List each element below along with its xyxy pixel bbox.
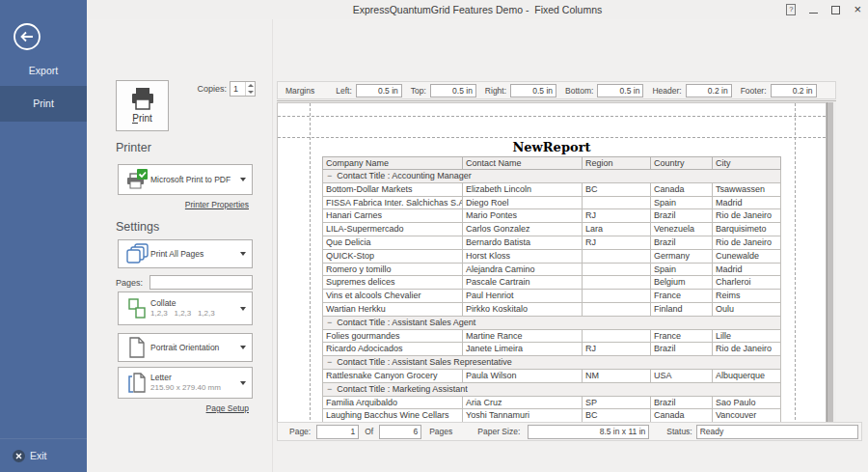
copies-value: 1 <box>231 82 245 96</box>
window-title: ExpressQuantumGrid Features Demo - Fixed… <box>87 0 868 19</box>
close-icon[interactable]: × <box>854 0 861 19</box>
back-button[interactable] <box>13 22 41 51</box>
margin-field-label: Left: <box>336 86 352 96</box>
paper-size-select[interactable]: Letter 215.90 x 279.40 mm <box>118 367 253 399</box>
table-cell: Vancouver <box>713 409 781 422</box>
header-row: Company NameContact NameRegionCountryCit… <box>323 157 781 170</box>
of-label: Of <box>365 427 373 436</box>
sidebar-item-exit[interactable]: Exit <box>13 446 47 465</box>
window-controls: ? × <box>786 0 861 19</box>
chevron-down-icon <box>240 381 246 385</box>
printer-select[interactable]: Microsoft Print to PDF <box>118 164 253 195</box>
margin-field-label: Footer: <box>741 86 767 96</box>
maximize-icon[interactable] <box>831 6 840 14</box>
page-setup-link[interactable]: Page Setup <box>145 403 249 413</box>
table-cell: NM <box>583 369 651 382</box>
group-label: Contact Title : Accounting Manager <box>337 171 472 180</box>
sidebar-item-print[interactable]: Print <box>0 86 87 122</box>
copies-stepper[interactable]: 1 <box>230 81 256 97</box>
spin-up-icon[interactable] <box>248 84 254 87</box>
paper-size-label: Paper Size: <box>477 427 520 436</box>
collapse-minus-icon[interactable]: − <box>327 383 332 396</box>
group-cell: −Contact Title : Accounting Manager <box>323 170 781 183</box>
table-row: Que DeliciaBernardo BatistaRJBrazilRio d… <box>323 236 781 249</box>
orientation-select[interactable]: Portrait Orientation <box>118 333 253 362</box>
margin-field-value[interactable]: 0.2 in <box>686 84 732 97</box>
paper-subtitle: 215.90 x 279.40 mm <box>150 383 237 393</box>
margins-fields: Left:0.5 inTop:0.5 inRight:0.5 inBottom:… <box>336 84 825 97</box>
back-arrow-icon <box>13 22 41 51</box>
table-cell <box>583 276 651 290</box>
status-value-box: Ready <box>696 425 858 439</box>
right-margin-guide <box>795 103 796 422</box>
margin-field-value[interactable]: 0.5 in <box>430 84 476 97</box>
printer-properties-link[interactable]: Printer Properties <box>145 200 249 209</box>
table-cell: France <box>651 329 713 343</box>
table-cell: Janete Limeira <box>463 343 583 356</box>
table-cell: LILA-Supermercado <box>323 223 463 236</box>
table-cell: Hanari Carnes <box>323 209 463 223</box>
print-range-select[interactable]: Print All Pages <box>118 239 253 268</box>
status-label: Status: <box>666 427 692 436</box>
preview-viewport[interactable]: NewReport Company NameContact NameRegion… <box>277 100 836 422</box>
margin-field-value[interactable]: 0.5 in <box>597 84 643 97</box>
export-label: Export <box>29 65 58 76</box>
table-cell: Elizabeth Lincoln <box>463 182 583 196</box>
print-button[interactable]: Print <box>116 80 169 131</box>
margin-field-label: Right: <box>485 86 506 96</box>
collapse-minus-icon[interactable]: − <box>327 170 332 182</box>
sidebar-item-export[interactable]: Export <box>0 60 87 81</box>
collate-select[interactable]: Collate 1,2,3 1,2,3 1,2,3 <box>118 292 253 325</box>
total-pages-box: 6 <box>379 425 421 439</box>
table-row: Wartian HerkkuPirkko KoskitaloFinlandOul… <box>323 302 781 316</box>
copies-label: Copies: <box>172 84 227 94</box>
table-cell: Mario Pontes <box>463 209 583 223</box>
table-row: Ricardo AdocicadosJanete LimeiraRJBrazil… <box>323 343 781 356</box>
spin-down-icon[interactable] <box>248 91 254 94</box>
group-cell: −Contact Title : Assistant Sales Represe… <box>323 356 781 370</box>
table-cell <box>583 290 651 303</box>
paper-title: Letter <box>150 373 237 382</box>
chevron-down-icon <box>240 178 246 181</box>
report-page: NewReport Company NameContact NameRegion… <box>277 102 827 422</box>
table-cell: Martine Rance <box>463 329 583 343</box>
collapse-minus-icon[interactable]: − <box>327 317 332 329</box>
report-title: NewReport <box>278 141 826 154</box>
table-cell: Madrid <box>713 263 781 276</box>
page-label: Page: <box>289 427 311 436</box>
table-cell: Canada <box>651 409 713 422</box>
table-cell: Rio de Janeiro <box>713 236 781 249</box>
current-page-box[interactable]: 1 <box>316 425 359 439</box>
table-cell: Bernardo Batista <box>463 236 583 249</box>
pages-word-label: Pages <box>429 427 452 436</box>
margin-field-value[interactable]: 0.5 in <box>356 84 402 97</box>
chevron-down-icon <box>240 252 246 256</box>
help-icon[interactable]: ? <box>786 4 796 15</box>
table-cell: Canada <box>651 182 713 196</box>
table-row: Folies gourmandesMartine RanceFranceLill… <box>323 329 781 343</box>
group-row: −Contact Title : Marketing Assistant <box>323 382 781 396</box>
table-row: Hanari CarnesMario PontesRJBrazilRio de … <box>323 209 781 223</box>
margin-field-value[interactable]: 0.2 in <box>771 84 817 97</box>
left-margin-guide <box>310 103 311 422</box>
table-row: QUICK-StopHorst KlossGermanyCunewalde <box>323 249 781 263</box>
table-cell: QUICK-Stop <box>323 249 463 263</box>
table-row: Laughing Bacchus Wine CellarsYoshi Tanna… <box>323 409 781 422</box>
print-settings-panel: Print Copies: 1 Printer Microsoft Print <box>87 19 273 472</box>
table-cell: Ricardo Adocicados <box>323 343 463 356</box>
minimize-icon[interactable] <box>809 6 818 14</box>
table-cell: Brazil <box>651 209 713 223</box>
spinner-buttons[interactable] <box>245 82 255 96</box>
table-cell: Charleroi <box>713 276 781 290</box>
margin-field: Left:0.5 in <box>336 84 402 97</box>
table-cell: Carlos Gonzalez <box>463 223 583 236</box>
margin-field-label: Top: <box>411 86 426 96</box>
collapse-minus-icon[interactable]: − <box>327 356 332 369</box>
pages-input[interactable] <box>149 275 253 290</box>
orientation-value: Portrait Orientation <box>150 343 237 352</box>
exit-icon <box>13 450 25 462</box>
table-cell: Lara <box>583 223 651 236</box>
table-cell: Romero y tomillo <box>323 263 463 276</box>
margin-field-value[interactable]: 0.5 in <box>510 84 556 97</box>
collate-title: Collate <box>150 298 237 308</box>
